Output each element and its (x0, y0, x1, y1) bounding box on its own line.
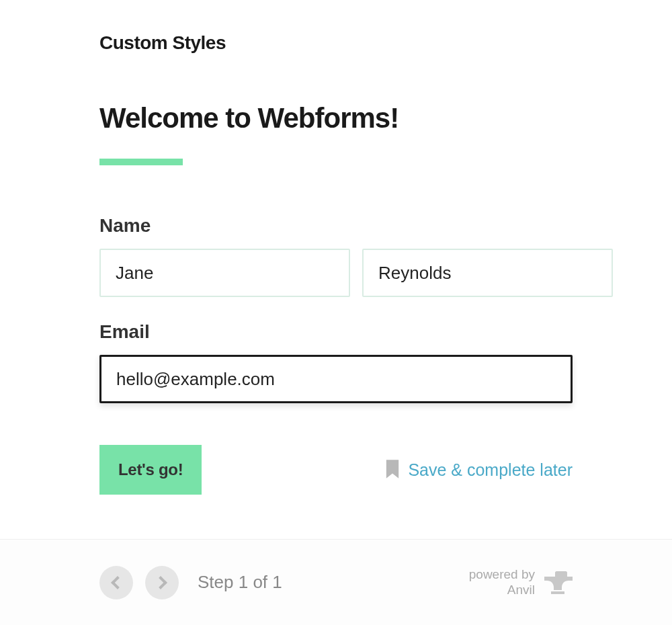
first-name-input[interactable] (99, 249, 350, 297)
name-label: Name (99, 215, 573, 237)
anvil-logo-icon (544, 571, 573, 594)
save-complete-later-link[interactable]: Save & complete later (385, 460, 573, 480)
submit-button[interactable]: Let's go! (99, 445, 202, 495)
email-input[interactable] (99, 355, 573, 403)
prev-step-button[interactable] (99, 566, 133, 599)
page-title: Welcome to Webforms! (99, 102, 573, 134)
save-later-text: Save & complete later (408, 460, 573, 480)
last-name-input[interactable] (362, 249, 613, 297)
chevron-left-icon (111, 576, 124, 589)
email-label: Email (99, 321, 573, 343)
section-title: Custom Styles (99, 32, 573, 54)
powered-by-brand: Anvil (469, 583, 535, 598)
powered-by: powered by Anvil (469, 567, 535, 598)
chevron-right-icon (154, 576, 167, 589)
bookmark-icon (385, 460, 400, 480)
footer: Step 1 of 1 powered by Anvil (0, 539, 672, 625)
next-step-button[interactable] (145, 566, 179, 599)
name-field-group: Name (99, 215, 573, 297)
powered-by-label: powered by (469, 567, 535, 583)
email-field-group: Email (99, 321, 573, 403)
title-underline (99, 159, 183, 165)
step-indicator: Step 1 of 1 (198, 572, 282, 593)
